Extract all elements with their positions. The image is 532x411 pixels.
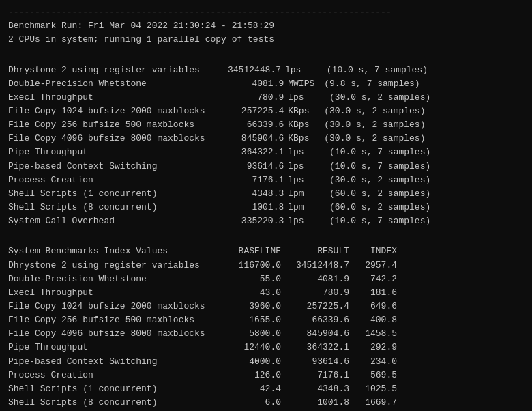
bench-unit: lps (284, 145, 321, 159)
index-row-label: Shell Scripts (1 concurrent) (8, 382, 220, 396)
bench-label: File Copy 4096 bufsize 8000 maxblocks (8, 132, 216, 145)
bench-unit: KBps (284, 118, 321, 132)
bench-unit: MWIPS (284, 77, 321, 91)
index-row-label: Dhrystone 2 using register variables (8, 259, 220, 272)
bench-value: 34512448.7 (213, 63, 281, 77)
bench-value: 335220.3 (216, 214, 284, 228)
index-row-baseline: 42.4 (220, 382, 281, 396)
index-row-baseline: 6.0 (220, 396, 281, 410)
index-header-label: System Benchmarks Index Values (8, 244, 220, 258)
index-col1: BASELINE (220, 244, 281, 258)
index-row-index: 742.2 (349, 272, 397, 286)
header-block: Benchmark Run: Fri Mar 04 2022 21:30:24 … (8, 19, 524, 46)
index-data-row: Pipe Throughput 12440.0364322.1292.9 (8, 341, 524, 354)
index-row-index: 292.9 (349, 341, 397, 354)
bench-meta: (60.0 s, 2 samples) (321, 187, 430, 201)
bench-label: Double-Precision Whetstone (8, 77, 216, 91)
bench-meta: (10.0 s, 7 samples) (321, 160, 430, 173)
index-row-label: Shell Scripts (8 concurrent) (8, 396, 220, 410)
bench-value: 93614.6 (216, 160, 284, 173)
bench-meta: (30.0 s, 2 samples) (321, 118, 425, 132)
benchmark-row: File Copy 256 bufsize 500 maxblocks 6633… (8, 118, 524, 132)
benchmark-row: Double-Precision Whetstone 4081.9MWIPS(9… (8, 77, 524, 91)
bench-meta: (30.0 s, 2 samples) (321, 173, 430, 187)
index-row-index: 1025.5 (349, 382, 397, 396)
benchmark-row: System Call Overhead 335220.3lps (10.0 s… (8, 214, 524, 228)
index-row-index: 1669.7 (349, 396, 397, 410)
index-row-index: 1458.5 (349, 327, 397, 341)
benchmark-results: Dhrystone 2 using register variables3451… (8, 49, 524, 228)
bench-meta: (9.8 s, 7 samples) (321, 77, 419, 91)
bench-value: 4081.9 (216, 77, 284, 91)
index-data-row: File Copy 4096 bufsize 8000 maxblocks580… (8, 327, 524, 341)
benchmark-row: Pipe-based Context Switching 93614.6lps … (8, 160, 524, 173)
bench-label: Pipe Throughput (8, 145, 216, 159)
index-row-result: 257225.4 (281, 300, 349, 313)
index-data-row: Process Creation 126.07176.1569.5 (8, 369, 524, 382)
bench-unit: KBps (284, 132, 321, 145)
index-row-label: Double-Precision Whetstone (8, 272, 220, 286)
top-separator: ----------------------------------------… (8, 5, 524, 19)
bench-label: Shell Scripts (8 concurrent) (8, 201, 216, 214)
index-col2: RESULT (281, 244, 349, 258)
bench-label: Pipe-based Context Switching (8, 160, 216, 173)
header-line2: 2 CPUs in system; running 1 parallel cop… (8, 33, 524, 46)
bench-label: Shell Scripts (1 concurrent) (8, 187, 216, 201)
bench-label: File Copy 256 bufsize 500 maxblocks (8, 118, 216, 132)
index-row-result: 845904.6 (281, 327, 349, 341)
index-row-result: 66339.6 (281, 313, 349, 327)
bench-meta: (30.0 s, 2 samples) (321, 132, 425, 145)
index-row-label: Pipe Throughput (8, 341, 220, 354)
index-row-index: 234.0 (349, 355, 397, 369)
index-data-row: Execl Throughput 43.0780.9181.6 (8, 286, 524, 300)
index-row-label: Execl Throughput (8, 286, 220, 300)
benchmark-row: Shell Scripts (1 concurrent) 4348.3lpm (… (8, 187, 524, 201)
bench-meta: (10.0 s, 7 samples) (319, 63, 428, 77)
index-row-result: 93614.6 (281, 355, 349, 369)
benchmark-row: Execl Throughput 780.9lps (30.0 s, 2 sam… (8, 91, 524, 104)
bench-value: 257225.4 (216, 104, 284, 118)
index-row-index: 569.5 (349, 369, 397, 382)
bench-label: Process Creation (8, 173, 216, 187)
index-row-result: 1001.8 (281, 396, 349, 410)
bench-value: 364322.1 (216, 145, 284, 159)
index-row-baseline: 1655.0 (220, 313, 281, 327)
index-row-baseline: 116700.0 (220, 259, 281, 272)
benchmark-row: Shell Scripts (8 concurrent) 1001.8lpm (… (8, 201, 524, 214)
index-row-index: 2957.4 (349, 259, 397, 272)
bench-meta: (60.0 s, 2 samples) (321, 201, 430, 214)
bench-label: Execl Throughput (8, 91, 216, 104)
bench-unit: KBps (284, 104, 321, 118)
terminal-output: ----------------------------------------… (8, 5, 524, 411)
bench-unit: lpm (284, 187, 321, 201)
benchmark-row: Pipe Throughput 364322.1lps (10.0 s, 7 s… (8, 145, 524, 159)
bench-value: 66339.6 (216, 118, 284, 132)
bench-meta: (10.0 s, 7 samples) (321, 145, 430, 159)
index-row-baseline: 4000.0 (220, 355, 281, 369)
index-header-row: System Benchmarks Index ValuesBASELINERE… (8, 244, 524, 258)
index-row-label: Process Creation (8, 369, 220, 382)
index-data-row: Pipe-based Context Switching 4000.093614… (8, 355, 524, 369)
index-row-baseline: 5800.0 (220, 327, 281, 341)
index-row-label: Pipe-based Context Switching (8, 355, 220, 369)
bench-unit: lps (284, 160, 321, 173)
index-data-row: Double-Precision Whetstone 55.04081.9742… (8, 272, 524, 286)
index-section: System Benchmarks Index ValuesBASELINERE… (8, 231, 524, 411)
bench-unit: lps (284, 214, 321, 228)
bench-unit: lps (284, 173, 321, 187)
index-row-baseline: 3960.0 (220, 300, 281, 313)
index-row-result: 364322.1 (281, 341, 349, 354)
index-data-row: File Copy 256 bufsize 500 maxblocks 1655… (8, 313, 524, 327)
bench-value: 4348.3 (216, 187, 284, 201)
bench-meta: (10.0 s, 7 samples) (321, 214, 430, 228)
index-col3: INDEX (349, 244, 397, 258)
bench-label: File Copy 1024 bufsize 2000 maxblocks (8, 104, 216, 118)
header-line1: Benchmark Run: Fri Mar 04 2022 21:30:24 … (8, 19, 524, 33)
benchmark-row: Process Creation 7176.1lps (30.0 s, 2 sa… (8, 173, 524, 187)
index-row-result: 7176.1 (281, 369, 349, 382)
index-row-label: File Copy 4096 bufsize 8000 maxblocks (8, 327, 220, 341)
bench-unit: lps (281, 63, 319, 77)
index-row-baseline: 126.0 (220, 369, 281, 382)
index-data-row: Dhrystone 2 using register variables1167… (8, 259, 524, 272)
bench-value: 1001.8 (216, 201, 284, 214)
